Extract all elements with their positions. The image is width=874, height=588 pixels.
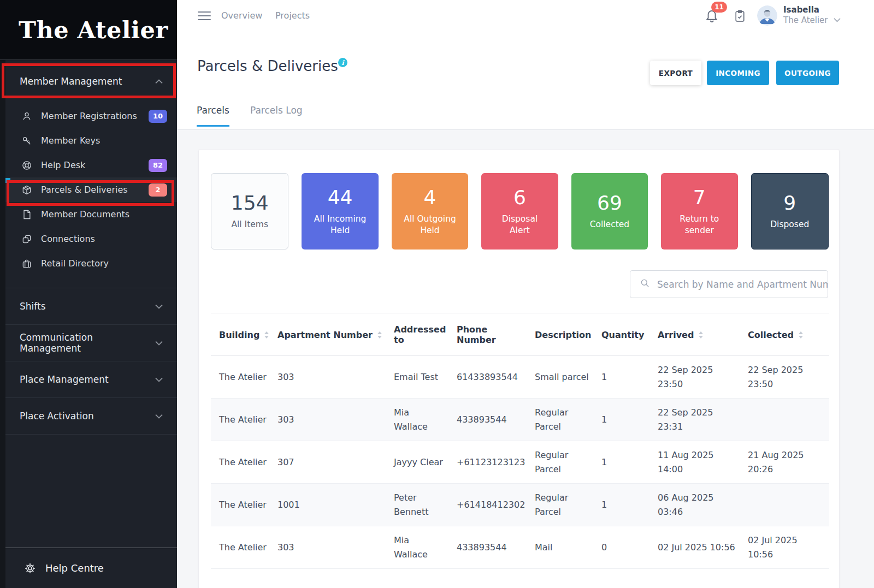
topbar-link-overview[interactable]: Overview (221, 10, 262, 21)
search-icon (640, 278, 650, 290)
count-badge: 2 (149, 183, 167, 197)
tab-parcels[interactable]: Parcels (197, 105, 229, 127)
cell-apartment: 303 (277, 399, 394, 441)
column-header-addressed-to: Addressed to (394, 313, 457, 356)
stat-card-all-items[interactable]: 154 All Items (211, 173, 288, 250)
avatar[interactable] (757, 5, 777, 26)
parcels-table: Building Apartment Number Addressed to P… (211, 313, 829, 569)
outgoing-button[interactable]: OUTGOING (776, 61, 839, 85)
sidebar-item-label: Retail Directory (41, 258, 109, 269)
cell-apartment: 307 (277, 441, 394, 484)
sidebar-item-help-desk[interactable]: Help Desk 82 (5, 153, 177, 177)
sidebar-section-communication-management[interactable]: Communication Management (5, 324, 177, 361)
stat-label: Collected (579, 219, 640, 230)
incoming-button[interactable]: INCOMING (707, 61, 769, 85)
cell-building: The Atelier (211, 441, 277, 484)
cell-phone: +61418412302 (457, 484, 535, 526)
stat-card-disposed[interactable]: 9 Disposed (751, 173, 829, 250)
chevron-down-icon (155, 414, 163, 419)
sidebar-section-place-activation[interactable]: Place Activation (5, 397, 177, 434)
cell-building: The Atelier (211, 356, 277, 399)
stat-label: All Outgoing Held (392, 213, 468, 236)
table-row: The Atelier 303 Mia Wallace 433893544 Re… (211, 399, 829, 441)
header-region: Overview Projects 11 Isabella The Atelie… (177, 0, 874, 130)
stat-card-all-outgoing-held[interactable]: 4 All Outgoing Held (392, 173, 468, 250)
sidebar-item-member-documents[interactable]: Member Documents (5, 202, 177, 227)
cell-addressed-to: Email Test (394, 356, 457, 399)
sort-icon[interactable] (377, 331, 382, 338)
lifebuoy-icon (21, 159, 33, 171)
table-row: The Atelier 1001 Peter Bennett +61418412… (211, 484, 829, 526)
info-icon[interactable]: i (338, 58, 347, 67)
logo-area: The Atelier (0, 0, 177, 60)
sidebar-item-label: Member Documents (41, 209, 129, 219)
sidebar-item-retail-directory[interactable]: Retail Directory (5, 251, 177, 276)
cell-arrived: 22 Sep 2025 23:31 (658, 399, 748, 441)
cell-apartment: 303 (277, 526, 394, 569)
sidebar-section-shifts[interactable]: Shifts (5, 288, 177, 324)
sidebar-item-member-registrations[interactable]: Member Registrations 10 (5, 104, 177, 128)
cell-phone: 61433893544 (457, 356, 535, 399)
stat-card-all-incoming-held[interactable]: 44 All Incoming Held (302, 173, 378, 250)
cell-addressed-to: Peter Bennett (394, 484, 457, 526)
table-row: The Atelier 303 Email Test 61433893544 S… (211, 356, 829, 399)
sort-icon[interactable] (799, 331, 803, 338)
cell-collected: 21 Aug 2025 20:26 (748, 441, 829, 484)
cell-phone: 433893544 (457, 526, 535, 569)
stat-value: 4 (424, 187, 436, 209)
stat-value: 69 (597, 192, 622, 214)
sidebar-item-label: Help Desk (41, 160, 85, 170)
chevron-down-icon (155, 304, 163, 309)
sidebar-edge (0, 0, 5, 588)
tab-parcels-log[interactable]: Parcels Log (250, 105, 303, 127)
stat-card-disposal-alert[interactable]: 6 Disposal Alert (481, 173, 558, 250)
sidebar-section-place-management[interactable]: Place Management (5, 361, 177, 397)
column-header-collected[interactable]: Collected (748, 313, 829, 356)
hamburger-menu-icon[interactable] (198, 11, 211, 23)
cell-description: Regular Parcel (535, 484, 601, 526)
chevron-down-icon[interactable] (834, 14, 841, 25)
sidebar-group-member-management[interactable]: Member Management (5, 64, 177, 98)
cell-quantity: 1 (601, 484, 658, 526)
sort-icon[interactable] (264, 331, 269, 338)
search-input[interactable] (657, 279, 828, 290)
cell-description: Regular Parcel (535, 441, 601, 484)
stat-label: Return to sender (661, 213, 737, 236)
stat-label: Disposal Alert (481, 213, 558, 236)
search-box (630, 270, 828, 298)
user-menu[interactable]: Isabella The Atelier (783, 5, 828, 26)
section-label: Communication Management (20, 332, 155, 354)
chevron-up-icon (155, 79, 163, 84)
help-centre-label: Help Centre (45, 562, 104, 574)
cell-addressed-to: Jayyy Clear (394, 441, 457, 484)
stat-card-collected[interactable]: 69 Collected (571, 173, 648, 250)
cell-building: The Atelier (211, 484, 277, 526)
clipboard-tasks-icon[interactable] (733, 9, 747, 26)
cell-apartment: 303 (277, 356, 394, 399)
connections-icon (21, 233, 33, 245)
table-header-row: Building Apartment Number Addressed to P… (211, 313, 829, 356)
sidebar-item-label: Member Keys (41, 135, 100, 146)
cell-collected: 22 Sep 2025 23:50 (748, 356, 829, 399)
column-header-apartment-number[interactable]: Apartment Number (277, 313, 394, 356)
sort-icon[interactable] (699, 331, 703, 338)
sidebar-item-parcels-deliveries[interactable]: Parcels & Deliveries 2 (5, 177, 177, 202)
sidebar: The Atelier Member Management Member Reg… (0, 0, 177, 588)
stat-value: 7 (693, 187, 706, 209)
sidebar-item-member-keys[interactable]: Member Keys (5, 128, 177, 153)
column-header-arrived[interactable]: Arrived (658, 313, 748, 356)
column-header-building[interactable]: Building (211, 313, 277, 356)
sidebar-item-label: Member Registrations (41, 111, 137, 121)
stat-label: All Incoming Held (302, 213, 378, 236)
export-button[interactable]: EXPORT (650, 61, 701, 85)
column-header-phone-number: Phone Number (457, 313, 535, 356)
topbar-link-projects[interactable]: Projects (275, 10, 310, 21)
count-badge: 82 (149, 159, 167, 172)
active-item-indicator (5, 178, 10, 183)
section-label: Place Activation (20, 411, 94, 421)
sidebar-item-help-centre[interactable]: Help Centre (5, 548, 177, 588)
group-label: Member Management (20, 76, 122, 87)
cell-building: The Atelier (211, 526, 277, 569)
stat-card-return-to-sender[interactable]: 7 Return to sender (661, 173, 737, 250)
sidebar-item-connections[interactable]: Connections (5, 227, 177, 251)
